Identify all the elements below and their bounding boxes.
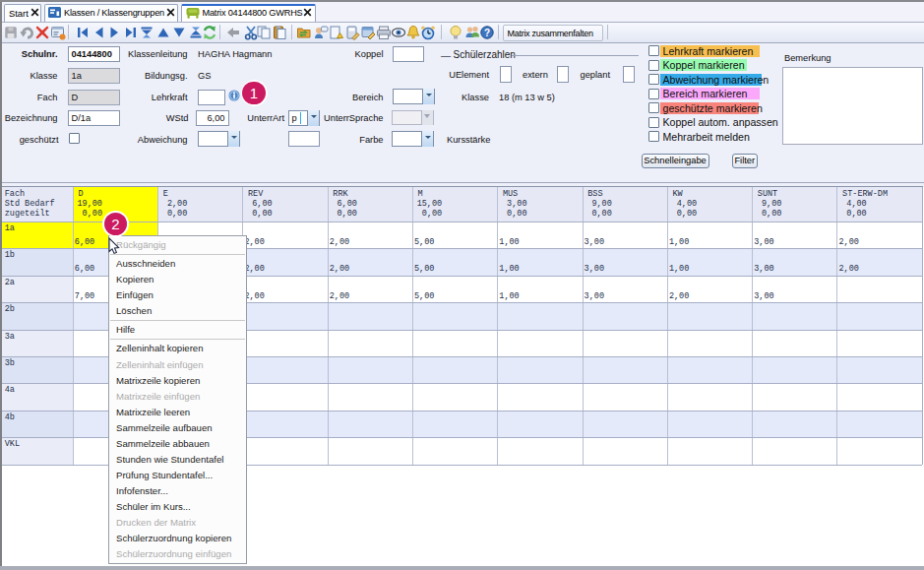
svg-text:?: ? xyxy=(483,28,489,38)
